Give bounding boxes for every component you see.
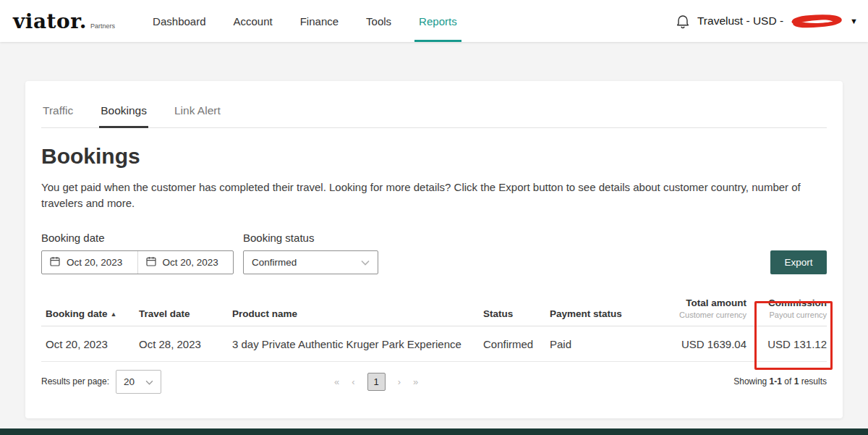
table-footer: Results per page: 20 « ‹ 1 › » Showing 1… — [41, 370, 827, 394]
page-description: You get paid when the customer has compl… — [41, 180, 827, 211]
cell-payment-status: Paid — [550, 326, 652, 361]
cell-status: Confirmed — [483, 326, 550, 361]
table-header-row: Booking date▲ Travel date Product name S… — [41, 297, 827, 326]
cell-travel-date: Oct 28, 2023 — [139, 326, 232, 361]
cell-product-name: 3 day Private Authentic Kruger Park Expe… — [232, 326, 483, 361]
main-nav: Dashboard Account Finance Tools Reports — [153, 0, 457, 42]
last-page-icon[interactable]: » — [413, 376, 418, 387]
booking-date-label: Booking date — [41, 232, 234, 244]
top-nav-bar: viator. Partners Dashboard Account Finan… — [0, 0, 868, 42]
results-per-page: Results per page: 20 — [41, 370, 161, 394]
calendar-icon — [49, 255, 61, 269]
report-tabs: Traffic Bookings Link Alert — [41, 103, 827, 128]
date-from-value: Oct 20, 2023 — [67, 257, 122, 268]
cell-total-amount: USD 1639.04 — [652, 326, 746, 361]
col-total-amount[interactable]: Total amount Customer currency — [652, 297, 746, 326]
pagination: « ‹ 1 › » — [334, 373, 418, 391]
results-summary: Showing 1-1 of 1 results — [733, 376, 827, 387]
viator-logo-text: viator. — [13, 9, 87, 33]
date-to-field[interactable]: Oct 20, 2023 — [137, 251, 234, 274]
col-total-amount-subtitle: Customer currency — [652, 311, 746, 319]
filters-row: Booking date Oct 20, 2023 — [41, 232, 827, 274]
booking-status-label: Booking status — [243, 232, 378, 244]
current-page-button[interactable]: 1 — [367, 373, 386, 391]
results-per-page-value: 20 — [124, 376, 135, 387]
page-footer-bar — [0, 428, 868, 435]
chevron-down-icon — [145, 376, 153, 387]
redaction-scribble — [790, 13, 843, 29]
table-row[interactable]: Oct 20, 2023 Oct 28, 2023 3 day Private … — [41, 326, 827, 361]
cell-booking-date: Oct 20, 2023 — [41, 326, 139, 361]
nav-finance[interactable]: Finance — [300, 0, 339, 42]
account-name-label[interactable]: Travelust - USD - — [697, 14, 783, 28]
prev-page-icon[interactable]: ‹ — [352, 376, 354, 387]
booking-date-range-picker: Oct 20, 2023 Oct 20, 2023 — [41, 250, 234, 274]
booking-status-select[interactable]: Confirmed — [243, 250, 378, 274]
bookings-table: Booking date▲ Travel date Product name S… — [41, 297, 827, 362]
tab-link-alert[interactable]: Link Alert — [173, 103, 222, 127]
results-per-page-label: Results per page: — [41, 376, 109, 387]
col-commission[interactable]: Commission Payout currency — [746, 297, 827, 326]
cell-commission: USD 131.12 — [746, 326, 827, 361]
booking-status-value: Confirmed — [252, 257, 297, 268]
nav-dashboard[interactable]: Dashboard — [153, 0, 205, 42]
next-page-icon[interactable]: › — [398, 376, 401, 387]
booking-status-filter: Booking status Confirmed — [243, 232, 378, 274]
viator-logo-partners: Partners — [90, 22, 115, 30]
results-per-page-select[interactable]: 20 — [116, 370, 161, 394]
date-to-value: Oct 20, 2023 — [163, 257, 218, 268]
col-status[interactable]: Status — [483, 297, 550, 326]
page-title: Bookings — [41, 144, 827, 169]
nav-account[interactable]: Account — [234, 0, 273, 42]
col-product-name[interactable]: Product name — [232, 297, 483, 326]
viator-logo[interactable]: viator. Partners — [13, 9, 115, 33]
nav-reports[interactable]: Reports — [419, 0, 457, 42]
col-travel-date[interactable]: Travel date — [139, 297, 232, 326]
notifications-bell-icon[interactable] — [675, 13, 691, 29]
tab-traffic[interactable]: Traffic — [41, 103, 75, 127]
bookings-report-card: Traffic Bookings Link Alert Bookings You… — [25, 81, 843, 418]
first-page-icon[interactable]: « — [334, 376, 339, 387]
account-caret-down-icon[interactable]: ▼ — [850, 17, 858, 25]
sort-asc-icon: ▲ — [111, 311, 117, 318]
tab-bookings[interactable]: Bookings — [99, 103, 148, 127]
calendar-icon — [145, 255, 157, 269]
booking-date-filter: Booking date Oct 20, 2023 — [41, 232, 234, 274]
nav-tools[interactable]: Tools — [366, 0, 391, 42]
col-commission-subtitle: Payout currency — [746, 311, 827, 319]
chevron-down-icon — [361, 257, 370, 268]
date-from-field[interactable]: Oct 20, 2023 — [42, 251, 137, 274]
col-booking-date[interactable]: Booking date▲ — [41, 297, 139, 326]
col-payment-status[interactable]: Payment status — [550, 297, 652, 326]
export-button[interactable]: Export — [770, 250, 827, 274]
account-area: Travelust - USD - ▼ — [675, 13, 858, 29]
